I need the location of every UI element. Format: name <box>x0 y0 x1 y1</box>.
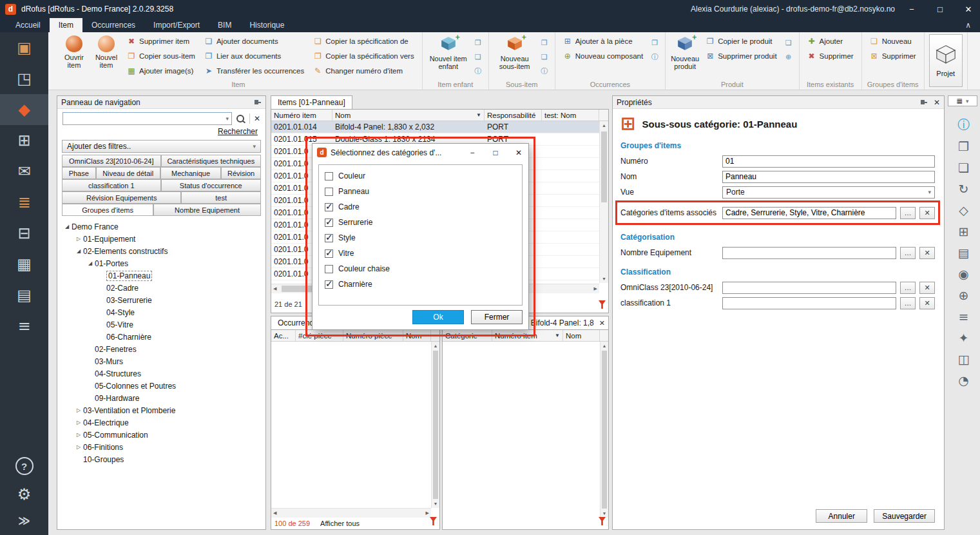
checkbox-icon[interactable] <box>325 203 333 211</box>
tree-expander-icon[interactable]: ▷ <box>74 236 83 242</box>
category-checkbox-row[interactable]: Couleur chaise <box>319 261 522 277</box>
column-filter-icon[interactable]: ▼ <box>476 112 481 118</box>
sidebar-finance-button[interactable]: ≣ <box>0 187 48 218</box>
tree-node[interactable]: 05-Colonnes et Poutres <box>59 380 264 392</box>
omniclass-browse-button[interactable]: … <box>900 282 916 294</box>
ribbon-small-button[interactable]: ⊠ Supprimer produit <box>702 49 780 63</box>
report-icon[interactable] <box>430 517 437 525</box>
filter-tab[interactable]: Nombre Equipement <box>153 204 261 216</box>
history-icon[interactable]: ◔ <box>951 369 977 391</box>
category-checkbox-row[interactable]: Serrurerie <box>319 215 522 230</box>
ribbon-mini-button[interactable]: ❏ <box>783 37 794 48</box>
minimize-button[interactable]: − <box>900 0 923 18</box>
checkbox-icon[interactable] <box>325 280 333 289</box>
components-icon[interactable]: ⊞ <box>951 220 977 242</box>
category-checkbox-row[interactable]: Couleur <box>319 168 522 184</box>
sidebar-items-button[interactable]: ▣ <box>0 32 48 63</box>
ribbon-small-button[interactable]: ❏ Ajouter documents <box>201 34 307 48</box>
collapse-ribbon-icon[interactable]: ∧ <box>965 21 971 30</box>
rechercher-link[interactable]: Rechercher <box>218 127 258 136</box>
tree-node[interactable]: 03-Serrurerie <box>59 294 264 306</box>
tab-items-list[interactable]: Items [01-Panneau] <box>271 95 352 109</box>
tree-node[interactable]: 04-Structures <box>59 367 264 380</box>
tree-node[interactable]: 01-Panneau <box>59 269 264 282</box>
category-checkbox-row[interactable]: Vitre <box>319 246 522 261</box>
ribbon-small-button[interactable]: ➤ Transférer les occurrences <box>201 64 307 78</box>
ribbon-small-button[interactable]: ❏ Copier la spécification de <box>310 34 417 48</box>
tree-node[interactable]: ◢ 02-Elements constructifs <box>59 245 264 257</box>
scroll-up-icon[interactable]: ▲ <box>602 342 607 350</box>
show-all-link[interactable]: Afficher tous <box>320 520 360 527</box>
ribbon-mini-button[interactable]: ❐ <box>472 37 484 48</box>
category-checkbox-row[interactable]: Panneau <box>319 184 522 199</box>
scroll-up-icon[interactable]: ▲ <box>434 342 438 350</box>
classification1-browse-button[interactable]: … <box>900 297 916 309</box>
sidebar-building-button[interactable]: ▦ <box>0 249 48 280</box>
new-product-button[interactable]: + Nouveau produit <box>670 34 700 70</box>
sidebar-systems-button[interactable]: ⊞ <box>0 125 48 156</box>
add-data-icon[interactable]: ⊕ <box>951 284 977 306</box>
ribbon-mini-button[interactable]: ❐ <box>649 37 660 48</box>
ribbon-small-button[interactable]: ❐ Copier la spécification vers <box>310 49 417 63</box>
settings-button[interactable]: ⚙ <box>17 485 32 503</box>
omniclass-input[interactable] <box>722 282 896 294</box>
filter-tab[interactable]: classification 1 <box>62 179 161 191</box>
scroll-right-icon[interactable]: ▶ <box>594 284 597 293</box>
ok-button[interactable]: Ok <box>412 310 464 324</box>
ribbon-small-button[interactable]: ⊠ Supprimer <box>867 49 919 63</box>
nombre-clear-button[interactable]: ✕ <box>919 247 935 259</box>
menu-tab-accueil[interactable]: Accueil <box>6 18 50 32</box>
list-icon[interactable]: ≡ <box>951 306 977 327</box>
category-checkbox-row[interactable]: Charnière <box>319 277 522 292</box>
tree-node[interactable]: ▷ 06-Finitions <box>59 441 264 453</box>
column-filter-icon[interactable]: ▼ <box>555 333 560 338</box>
ribbon-mini-button[interactable]: ⓘ <box>539 65 550 77</box>
column-header[interactable]: Numéro pièce <box>343 330 403 341</box>
report-icon[interactable] <box>599 300 606 309</box>
filter-tab[interactable]: Status d'occurrence <box>161 179 261 191</box>
new-item-button[interactable]: Nouvel item <box>91 34 121 69</box>
column-header[interactable]: Ac... <box>271 330 296 341</box>
cancel-button[interactable]: Annuler <box>816 509 867 523</box>
maximize-button[interactable]: □ <box>928 0 952 18</box>
checkbox-icon[interactable] <box>325 234 333 242</box>
category-checkbox-row[interactable]: Cadre <box>319 199 522 215</box>
open-item-button[interactable]: Ouvrir item <box>59 34 89 69</box>
ribbon-small-button[interactable]: ❏ Nouveau <box>867 34 919 48</box>
ribbon-small-button[interactable]: ✖ Supprimer item <box>124 34 198 48</box>
column-header[interactable]: Nom ▼ <box>332 110 485 121</box>
menu-tab-item[interactable]: Item <box>50 18 82 32</box>
vertical-scrollbar[interactable]: ▲ ▼ <box>600 342 608 518</box>
pin-icon[interactable] <box>920 99 928 106</box>
search-icon[interactable] <box>236 114 245 124</box>
scrollbar-thumb[interactable] <box>601 131 607 202</box>
checkbox-icon[interactable] <box>325 265 333 273</box>
tree-expander-icon[interactable]: ◢ <box>62 224 72 229</box>
ribbon-mini-button[interactable]: ⓘ <box>472 65 484 77</box>
omniclass-clear-button[interactable]: ✕ <box>919 282 935 294</box>
tree-node[interactable]: 06-Charnière <box>59 331 264 343</box>
horizontal-scrollbar[interactable]: ◀ ▶ <box>271 508 431 518</box>
fermer-button[interactable]: Fermer <box>471 310 523 324</box>
tree-expander-icon[interactable]: ◢ <box>74 248 83 254</box>
tree-node[interactable]: ◢ 01-Portes <box>59 257 264 269</box>
new-subitem-button[interactable]: + Nouveau sous-item <box>494 34 536 70</box>
links-icon[interactable]: ✦ <box>951 327 977 348</box>
projet-button[interactable]: Projet <box>929 34 963 87</box>
scroll-right-icon[interactable]: ▶ <box>426 509 429 518</box>
add-filters-dropdown[interactable]: Ajouter des filtres.. ▾ <box>62 140 261 153</box>
ribbon-mini-button[interactable]: ❐ <box>539 37 550 48</box>
categories-clear-button[interactable]: ✕ <box>919 207 935 219</box>
ribbon-mini-button[interactable]: ❏ <box>472 51 484 63</box>
tree-node[interactable]: ▷ 04-Electrique <box>59 416 264 429</box>
packages-icon[interactable]: ◫ <box>951 348 977 369</box>
images-icon[interactable]: ◉ <box>951 263 977 284</box>
tree-node[interactable]: 05-Vitre <box>59 318 264 331</box>
column-header[interactable]: test: Nom <box>542 110 599 121</box>
column-header[interactable]: Nom <box>403 330 431 341</box>
category-checkbox-row[interactable]: Style <box>319 230 522 246</box>
ribbon-small-button[interactable]: ▦ Ajouter image(s) <box>124 64 198 78</box>
filter-tab[interactable]: Groupes d'items <box>62 204 153 216</box>
checkbox-icon[interactable] <box>325 219 333 227</box>
filter-tab[interactable]: Révision Equipements <box>62 191 181 204</box>
